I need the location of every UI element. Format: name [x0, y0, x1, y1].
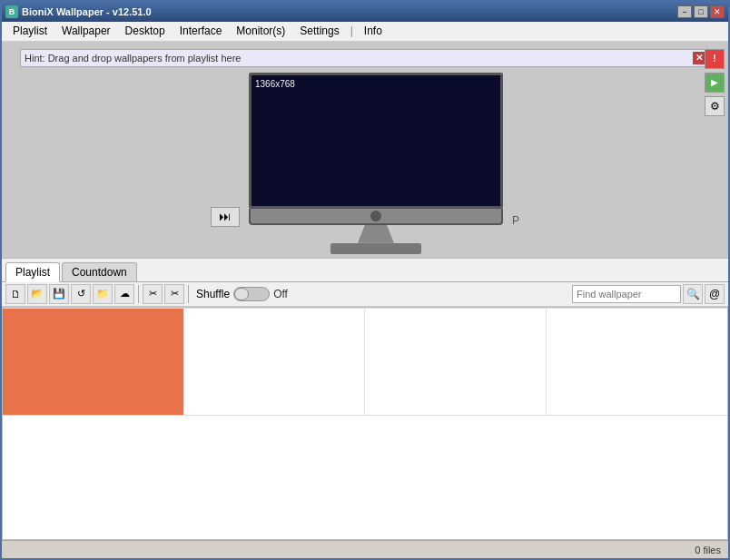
- maximize-button[interactable]: □: [694, 5, 708, 18]
- app-icon: B: [5, 5, 18, 18]
- close-button[interactable]: ✕: [710, 5, 725, 18]
- tabs-section: Playlist Countdown: [2, 258, 728, 282]
- remove-button[interactable]: ✂: [164, 284, 184, 304]
- toolbar-sep: [138, 285, 139, 303]
- at-button[interactable]: @: [705, 284, 725, 304]
- hint-bar: Hint: Drag and drop wallpapers from play…: [20, 49, 710, 67]
- skip-button[interactable]: ⏭: [211, 207, 240, 227]
- playlist-grid: [3, 308, 727, 416]
- open-button[interactable]: 📂: [27, 284, 47, 304]
- status-bar: 0 files: [2, 540, 728, 558]
- menu-bar: Playlist Wallpaper Desktop Interface Mon…: [2, 22, 728, 42]
- wallpaper-item-3[interactable]: [365, 309, 547, 416]
- menu-info[interactable]: Info: [357, 22, 390, 41]
- toolbar-sep2: [188, 285, 189, 303]
- play-button[interactable]: ▶: [705, 73, 725, 93]
- menu-wallpaper[interactable]: Wallpaper: [54, 22, 118, 41]
- wallpaper-item-1[interactable]: [3, 309, 184, 416]
- menu-interface[interactable]: Interface: [173, 22, 230, 41]
- screen-resolution: 1366x768: [255, 79, 295, 89]
- tab-playlist[interactable]: Playlist: [5, 262, 60, 282]
- monitor-screen: 1366x768: [249, 73, 503, 209]
- shuffle-label: Shuffle: [196, 288, 230, 300]
- menu-playlist[interactable]: Playlist: [5, 22, 54, 41]
- window-controls: − □ ✕: [677, 5, 725, 18]
- find-input[interactable]: [572, 285, 681, 303]
- folder-button[interactable]: 📁: [93, 284, 113, 304]
- tab-countdown[interactable]: Countdown: [62, 262, 137, 281]
- p-label: P: [512, 214, 519, 227]
- off-label: Off: [273, 288, 288, 300]
- file-count: 0 files: [695, 545, 721, 555]
- hint-close-button[interactable]: ✕: [693, 52, 705, 64]
- monitor-neck: [358, 225, 394, 243]
- shuffle-toggle[interactable]: [233, 287, 270, 301]
- side-buttons: ! ▶ ⚙: [705, 49, 725, 116]
- app-window: B BioniX Wallpaper - v12.51.0 − □ ✕ Play…: [0, 0, 730, 560]
- title-bar: B BioniX Wallpaper - v12.51.0 − □ ✕: [2, 2, 728, 22]
- cloud-button[interactable]: ☁: [114, 284, 134, 304]
- refresh-button[interactable]: ↺: [71, 284, 91, 304]
- settings-button[interactable]: ⚙: [705, 96, 725, 116]
- find-button[interactable]: 🔍: [683, 284, 703, 304]
- menu-settings[interactable]: Settings: [292, 22, 346, 41]
- monitor-wrapper: 1366x768: [249, 73, 503, 254]
- wallpaper-item-2[interactable]: [184, 309, 366, 416]
- monitor-bezel: [249, 209, 503, 225]
- new-button[interactable]: 🗋: [5, 284, 25, 304]
- menu-sep: |: [347, 25, 357, 37]
- search-area: 🔍 @: [572, 284, 725, 304]
- preview-section: ! ▶ ⚙ Hint: Drag and drop wallpapers fro…: [2, 42, 728, 258]
- minimize-button[interactable]: −: [677, 5, 692, 18]
- main-area: ! ▶ ⚙ Hint: Drag and drop wallpapers fro…: [2, 42, 728, 558]
- playlist-content: [2, 307, 728, 540]
- monitor-power-dot: [370, 211, 381, 221]
- shuffle-area: Shuffle Off: [196, 287, 288, 301]
- monitor-container: ⏭ 1366x768 P: [2, 73, 728, 254]
- monitor-stand: [330, 243, 421, 254]
- wallpaper-item-4[interactable]: [547, 309, 728, 416]
- save-button[interactable]: 💾: [49, 284, 69, 304]
- menu-desktop[interactable]: Desktop: [118, 22, 173, 41]
- shuffle-knob: [234, 288, 249, 300]
- alert-button[interactable]: !: [705, 49, 725, 69]
- menu-monitors[interactable]: Monitor(s): [229, 22, 292, 41]
- app-title: BioniX Wallpaper - v12.51.0: [22, 6, 152, 17]
- toolbar: 🗋 📂 💾 ↺ 📁 ☁ ✂ ✂ Shuffle Off 🔍 @: [2, 282, 728, 307]
- cut-button[interactable]: ✂: [143, 284, 163, 304]
- title-bar-left: B BioniX Wallpaper - v12.51.0: [5, 5, 152, 18]
- hint-text: Hint: Drag and drop wallpapers from play…: [25, 53, 241, 64]
